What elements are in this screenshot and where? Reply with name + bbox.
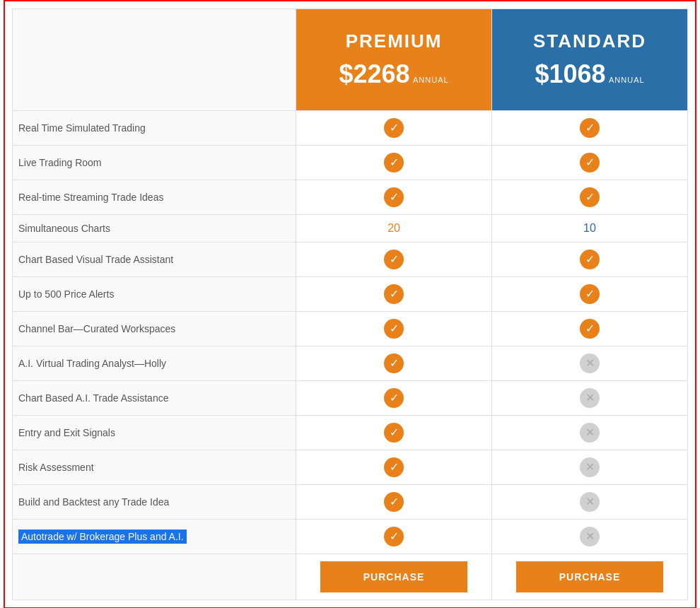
table-row: Chart Based Visual Trade Assistant✓✓ — [13, 242, 688, 277]
standard-feature-cell: ✓ — [492, 146, 688, 180]
standard-feature-cell: ✓ — [492, 180, 688, 215]
table-row: Autotrade w/ Brokerage Plus and A.I.✓✕ — [13, 520, 688, 554]
check-icon: ✓ — [384, 457, 404, 477]
feature-label-text: Entry and Exit Signals — [18, 427, 115, 438]
table-row: Real-time Streaming Trade Ideas✓✓ — [13, 180, 688, 215]
premium-feature-cell: ✓ — [296, 346, 492, 381]
outer-border: PREMIUM $2268 ANNUAL STANDARD $1068 ANNU… — [4, 0, 696, 608]
premium-header: PREMIUM $2268 ANNUAL — [296, 9, 492, 111]
feature-label-cell: Chart Based A.I. Trade Assistance — [13, 381, 296, 416]
standard-header: STANDARD $1068 ANNUAL — [492, 9, 688, 111]
premium-feature-cell: ✓ — [296, 111, 492, 146]
check-icon: ✓ — [384, 118, 404, 138]
standard-feature-cell: ✓ — [492, 111, 688, 146]
feature-number: 10 — [583, 222, 596, 234]
cross-icon: ✕ — [580, 353, 600, 373]
premium-feature-cell: ✓ — [296, 381, 492, 416]
check-icon: ✓ — [384, 527, 404, 546]
feature-label-text: Real Time Simulated Trading — [18, 122, 146, 134]
check-icon: ✓ — [384, 187, 404, 207]
check-icon: ✓ — [580, 284, 600, 304]
premium-feature-cell: ✓ — [296, 520, 492, 554]
table-row: Live Trading Room✓✓ — [13, 146, 688, 180]
standard-feature-cell: ✕ — [492, 485, 688, 520]
table-row: Simultaneous Charts2010 — [13, 215, 688, 242]
table-row: Up to 500 Price Alerts✓✓ — [13, 277, 688, 312]
feature-label-cell: Build and Backtest any Trade Idea — [13, 485, 296, 520]
purchase-feature-cell — [13, 554, 296, 600]
check-icon: ✓ — [384, 388, 404, 408]
premium-price-block: $2268 ANNUAL — [303, 59, 484, 89]
check-icon: ✓ — [580, 153, 600, 173]
feature-label-text: Chart Based Visual Trade Assistant — [18, 254, 173, 265]
check-icon: ✓ — [384, 353, 404, 373]
standard-feature-cell: ✕ — [492, 416, 688, 450]
check-icon: ✓ — [384, 319, 404, 339]
feature-label-cell: Channel Bar—Curated Workspaces — [13, 312, 296, 346]
table-row: Channel Bar—Curated Workspaces✓✓ — [13, 312, 688, 346]
standard-feature-cell: ✕ — [492, 381, 688, 416]
cross-icon: ✕ — [580, 492, 600, 512]
feature-label-cell: Autotrade w/ Brokerage Plus and A.I. — [13, 520, 296, 554]
feature-label-text: Chart Based A.I. Trade Assistance — [18, 392, 168, 404]
feature-label-cell: Entry and Exit Signals — [13, 416, 296, 450]
feature-header — [13, 9, 296, 111]
table-row: A.I. Virtual Trading Analyst—Holly✓✕ — [13, 346, 688, 381]
table-row: Build and Backtest any Trade Idea✓✕ — [13, 485, 688, 520]
pricing-table: PREMIUM $2268 ANNUAL STANDARD $1068 ANNU… — [12, 8, 688, 600]
premium-feature-cell: ✓ — [296, 242, 492, 277]
premium-purchase-cell: PURCHASE — [296, 554, 492, 600]
check-icon: ✓ — [384, 153, 404, 173]
standard-feature-cell: 10 — [492, 215, 688, 242]
premium-feature-cell: ✓ — [296, 485, 492, 520]
feature-label-text: Build and Backtest any Trade Idea — [18, 496, 169, 508]
check-icon: ✓ — [580, 319, 600, 339]
standard-purchase-cell: PURCHASE — [492, 554, 688, 600]
standard-feature-cell: ✕ — [492, 520, 688, 554]
feature-label-cell: Up to 500 Price Alerts — [13, 277, 296, 312]
feature-label-cell: A.I. Virtual Trading Analyst—Holly — [13, 346, 296, 381]
check-icon: ✓ — [580, 187, 600, 207]
feature-label-highlighted: Autotrade w/ Brokerage Plus and A.I. — [18, 530, 187, 544]
check-icon: ✓ — [580, 118, 600, 138]
feature-label-cell: Risk Assessment — [13, 450, 296, 485]
premium-feature-cell: ✓ — [296, 146, 492, 180]
check-icon: ✓ — [384, 250, 404, 269]
standard-price-block: $1068 ANNUAL — [499, 59, 680, 89]
feature-label-cell: Real-time Streaming Trade Ideas — [13, 180, 296, 215]
standard-feature-cell: ✓ — [492, 242, 688, 277]
feature-label-text: Channel Bar—Curated Workspaces — [18, 323, 175, 334]
check-icon: ✓ — [580, 250, 600, 269]
feature-label-text: A.I. Virtual Trading Analyst—Holly — [18, 358, 166, 369]
table-row: Real Time Simulated Trading✓✓ — [13, 111, 688, 146]
standard-purchase-button[interactable]: PURCHASE — [516, 561, 663, 592]
feature-label-cell: Simultaneous Charts — [13, 215, 296, 242]
table-row: Entry and Exit Signals✓✕ — [13, 416, 688, 450]
feature-label-text: Up to 500 Price Alerts — [18, 288, 114, 300]
feature-label-cell: Chart Based Visual Trade Assistant — [13, 242, 296, 277]
cross-icon: ✕ — [580, 457, 600, 477]
premium-feature-cell: 20 — [296, 215, 492, 242]
feature-number: 20 — [387, 222, 400, 234]
premium-feature-cell: ✓ — [296, 180, 492, 215]
premium-price: $2268 — [339, 59, 409, 88]
feature-label-cell: Real Time Simulated Trading — [13, 111, 296, 146]
standard-feature-cell: ✕ — [492, 346, 688, 381]
premium-feature-cell: ✓ — [296, 450, 492, 485]
standard-period: ANNUAL — [609, 76, 645, 84]
premium-period: ANNUAL — [413, 76, 449, 84]
premium-feature-cell: ✓ — [296, 277, 492, 312]
feature-label-text: Real-time Streaming Trade Ideas — [18, 192, 163, 203]
premium-feature-cell: ✓ — [296, 416, 492, 450]
cross-icon: ✕ — [580, 423, 600, 443]
check-icon: ✓ — [384, 492, 404, 512]
feature-label-text: Risk Assessment — [18, 462, 94, 473]
table-row: Chart Based A.I. Trade Assistance✓✕ — [13, 381, 688, 416]
check-icon: ✓ — [384, 284, 404, 304]
standard-plan-name: STANDARD — [499, 30, 680, 52]
standard-feature-cell: ✕ — [492, 450, 688, 485]
standard-feature-cell: ✓ — [492, 277, 688, 312]
standard-price: $1068 — [535, 59, 605, 88]
check-icon: ✓ — [384, 423, 404, 443]
premium-purchase-button[interactable]: PURCHASE — [320, 561, 467, 592]
